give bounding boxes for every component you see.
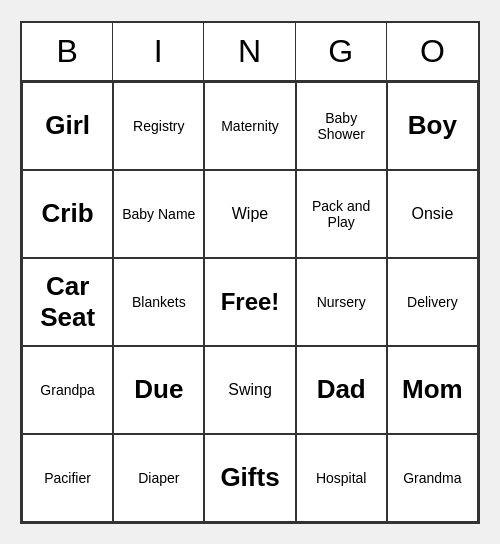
bingo-cell: Registry — [113, 82, 204, 170]
bingo-cell: Wipe — [204, 170, 295, 258]
bingo-cell: Grandma — [387, 434, 478, 522]
header-letter: I — [113, 23, 204, 80]
bingo-cell: Swing — [204, 346, 295, 434]
bingo-cell: Baby Shower — [296, 82, 387, 170]
bingo-cell: Free! — [204, 258, 295, 346]
bingo-cell: Boy — [387, 82, 478, 170]
bingo-cell: Mom — [387, 346, 478, 434]
bingo-cell: Diaper — [113, 434, 204, 522]
bingo-cell: Grandpa — [22, 346, 113, 434]
bingo-cell: Pacifier — [22, 434, 113, 522]
bingo-cell: Blankets — [113, 258, 204, 346]
bingo-cell: Delivery — [387, 258, 478, 346]
bingo-cell: Car Seat — [22, 258, 113, 346]
bingo-cell: Due — [113, 346, 204, 434]
header-letter: N — [204, 23, 295, 80]
bingo-cell: Crib — [22, 170, 113, 258]
header-letter: O — [387, 23, 478, 80]
bingo-cell: Hospital — [296, 434, 387, 522]
bingo-cell: Gifts — [204, 434, 295, 522]
bingo-grid: GirlRegistryMaternityBaby ShowerBoyCribB… — [22, 82, 478, 522]
bingo-cell: Onsie — [387, 170, 478, 258]
bingo-header: BINGO — [22, 23, 478, 82]
bingo-cell: Dad — [296, 346, 387, 434]
bingo-card: BINGO GirlRegistryMaternityBaby ShowerBo… — [20, 21, 480, 524]
bingo-cell: Baby Name — [113, 170, 204, 258]
bingo-cell: Girl — [22, 82, 113, 170]
header-letter: G — [296, 23, 387, 80]
header-letter: B — [22, 23, 113, 80]
bingo-cell: Pack and Play — [296, 170, 387, 258]
bingo-cell: Nursery — [296, 258, 387, 346]
bingo-cell: Maternity — [204, 82, 295, 170]
